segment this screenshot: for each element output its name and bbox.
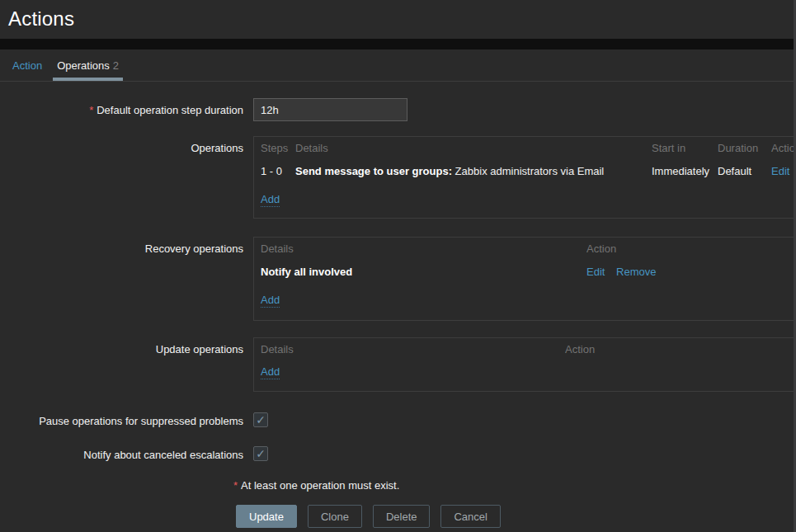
col-action: Action	[586, 238, 751, 256]
row-default-step-duration: *Default operation step duration	[0, 98, 796, 121]
checkmark-icon: ✓	[256, 414, 266, 426]
row-update-operations: Update operations Details Action Add	[0, 337, 796, 392]
operations-add-row: Add	[254, 183, 796, 218]
recovery-table-row: Notify all involved Edit Remove	[254, 261, 796, 284]
tab-operations-label: Operations	[57, 59, 110, 72]
operations-table-header: Steps Details Start in Duration Action	[254, 137, 796, 160]
page-header: Actions	[0, 0, 796, 39]
update-add-row: Add	[254, 361, 796, 391]
tab-operations[interactable]: Operations2	[53, 49, 123, 81]
default-step-duration-label: *Default operation step duration	[0, 98, 243, 116]
recovery-table-header: Details Action	[254, 238, 796, 261]
clone-button[interactable]: Clone	[308, 505, 362, 528]
checkmark-icon: ✓	[256, 448, 266, 459]
col-action: Action	[771, 137, 796, 155]
form-buttons: Update Clone Delete Cancel	[236, 505, 796, 528]
header-divider-strip	[0, 39, 796, 49]
operations-label: Operations	[0, 136, 243, 154]
recovery-operations-label: Recovery operations	[0, 237, 243, 255]
col-details: Details	[295, 137, 652, 155]
tab-action[interactable]: Action	[8, 49, 46, 81]
required-asterisk: *	[89, 104, 93, 116]
update-table-header: Details Action	[254, 338, 796, 361]
operation-steps: 1 - 0	[261, 160, 295, 178]
form-footnote: *At least one operation must exist.	[233, 479, 796, 492]
col-details: Details	[261, 238, 586, 256]
recovery-add-row: Add	[254, 284, 796, 320]
update-operations-label: Update operations	[0, 337, 243, 355]
col-action: Action	[565, 338, 730, 356]
tab-operations-count: 2	[113, 59, 119, 72]
notify-canceled-checkbox[interactable]: ✓	[253, 446, 268, 461]
row-operations: Operations Steps Details Start in Durati…	[0, 136, 796, 219]
delete-button[interactable]: Delete	[373, 505, 431, 528]
operation-duration: Default	[718, 160, 771, 178]
tab-action-label: Action	[12, 59, 42, 72]
tab-bar: Action Operations2	[0, 49, 796, 82]
pause-suppressed-label: Pause operations for suppressed problems	[0, 413, 243, 427]
operations-table-row: 1 - 0 Send message to user groups: Zabbi…	[254, 160, 796, 183]
update-operations-table: Details Action Add	[253, 337, 796, 392]
col-start-in: Start in	[652, 137, 718, 155]
col-details: Details	[261, 338, 565, 356]
cancel-button[interactable]: Cancel	[440, 505, 500, 528]
col-duration: Duration	[718, 137, 771, 155]
notify-canceled-label: Notify about canceled escalations	[0, 447, 243, 461]
operation-details: Send message to user groups: Zabbix admi…	[295, 160, 652, 178]
recovery-edit-link[interactable]: Edit	[586, 266, 605, 279]
recovery-operations-table: Details Action Notify all involved Edit …	[253, 237, 796, 321]
required-asterisk: *	[233, 479, 238, 492]
operation-edit-link[interactable]: Edit	[771, 165, 789, 178]
row-recovery-operations: Recovery operations Details Action Notif…	[0, 237, 796, 321]
operation-start-in: Immediately	[652, 160, 718, 178]
recovery-details: Notify all involved	[261, 261, 586, 279]
pause-suppressed-checkbox[interactable]: ✓	[253, 412, 268, 427]
col-steps: Steps	[261, 137, 295, 155]
operations-table: Steps Details Start in Duration Action 1…	[253, 136, 796, 219]
row-pause-suppressed: Pause operations for suppressed problems…	[0, 412, 796, 427]
update-button[interactable]: Update	[236, 505, 297, 528]
row-notify-canceled: Notify about canceled escalations ✓	[0, 446, 796, 461]
operations-form: *Default operation step duration Operati…	[0, 82, 796, 528]
default-step-duration-input[interactable]	[253, 98, 407, 121]
update-add-link[interactable]: Add	[261, 365, 280, 379]
recovery-remove-link[interactable]: Remove	[616, 266, 656, 279]
operations-add-link[interactable]: Add	[261, 193, 280, 207]
page-title: Actions	[8, 7, 788, 31]
recovery-add-link[interactable]: Add	[261, 294, 280, 308]
